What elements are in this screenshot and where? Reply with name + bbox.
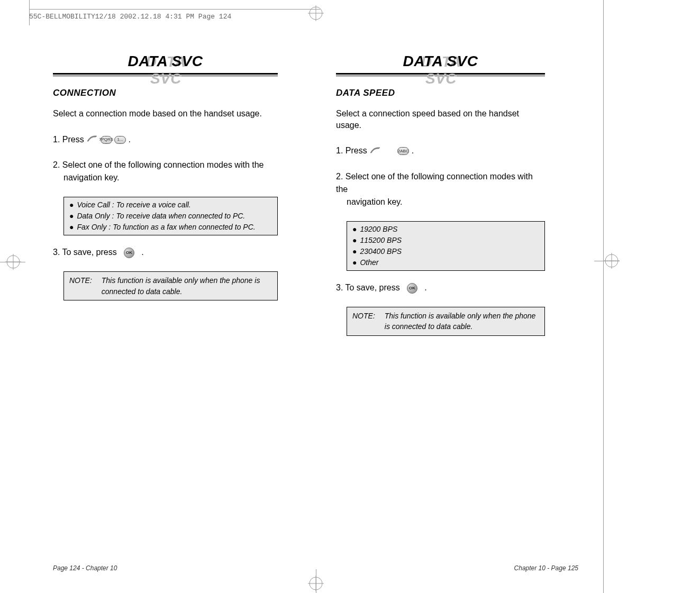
ok-button-icon: OK bbox=[407, 283, 417, 294]
intro-text: Select a connection mode based on the ha… bbox=[53, 108, 278, 120]
bullet-icon: ● bbox=[352, 246, 357, 257]
ok-button-icon: OK bbox=[124, 248, 134, 258]
step-2-line2: navigation key. bbox=[336, 197, 403, 206]
step-3: 3. To save, press OK . bbox=[53, 246, 278, 259]
section-title-text: DATA SVC bbox=[128, 53, 203, 69]
note-box: NOTE: This function is available only wh… bbox=[347, 307, 545, 336]
section-title: DATA SVC DATA SVC bbox=[128, 53, 203, 70]
section-title-text: DATA SVC bbox=[403, 53, 478, 69]
option-text: Voice Call : To receive a voice call. bbox=[77, 199, 190, 211]
menu-icon bbox=[369, 145, 381, 158]
note-label: NOTE: bbox=[69, 275, 92, 297]
bullet-icon: ● bbox=[352, 235, 357, 246]
page-footer-left: Page 124 - Chapter 10 bbox=[53, 564, 117, 572]
step-1-post: . bbox=[412, 146, 414, 155]
option-text: Fax Only : To function as a fax when con… bbox=[77, 222, 255, 233]
section-title-wrap: DATA SVC DATA SVC bbox=[336, 53, 545, 70]
option-row: ●115200 BPS bbox=[352, 235, 539, 246]
bullet-icon: ● bbox=[352, 257, 357, 268]
key-1-icon: 1... bbox=[114, 136, 126, 144]
option-row: ●Other bbox=[352, 257, 539, 268]
step-3: 3. To save, press OK . bbox=[336, 281, 545, 294]
options-box: ●19200 BPS ●115200 BPS ●230400 BPS ●Othe… bbox=[347, 221, 545, 271]
step-2: 2. Select one of the following connectio… bbox=[53, 159, 278, 184]
options-box: ●Voice Call : To receive a voice call. ●… bbox=[63, 197, 278, 235]
step-2-line1: 2. Select one of the following connectio… bbox=[336, 172, 533, 194]
bullet-icon: ● bbox=[69, 199, 74, 211]
menu-icon bbox=[86, 133, 98, 146]
print-header-slug: 55C-BELLMOBILITY12/18 2002.12.18 4:31 PM… bbox=[29, 13, 231, 21]
note-label: NOTE: bbox=[352, 311, 375, 332]
page-right: DATA SVC DATA SVC DATA SPEED Select a co… bbox=[302, 42, 598, 357]
subheading-data-speed: DATA SPEED bbox=[336, 88, 545, 98]
step-1-pre: 1. Press bbox=[53, 135, 84, 144]
option-row: ●Data Only : To receive data when connec… bbox=[69, 211, 272, 222]
bullet-icon: ● bbox=[69, 211, 74, 222]
step-2-line2: navigation key. bbox=[53, 173, 120, 182]
option-text: Data Only : To receive data when connect… bbox=[77, 211, 245, 222]
step-3-pre: 3. To save, press bbox=[53, 248, 117, 257]
registration-mark-bottom bbox=[308, 576, 324, 591]
registration-mark-top bbox=[308, 5, 324, 21]
step-3-pre: 3. To save, press bbox=[336, 283, 400, 292]
step-2-line1: 2. Select one of the following connectio… bbox=[53, 160, 263, 169]
page-footer-right: Chapter 10 - Page 125 bbox=[514, 564, 578, 572]
crop-top-hline bbox=[29, 0, 320, 10]
option-text: 19200 BPS bbox=[360, 224, 397, 235]
section-title-wrap: DATA SVC DATA SVC bbox=[53, 53, 278, 70]
step-1-pre: 1. Press bbox=[336, 146, 367, 155]
key-2-icon: 2ABC bbox=[397, 147, 409, 155]
document-spread: DATA SVC DATA SVC CONNECTION Select a co… bbox=[0, 42, 700, 357]
step-1-post: . bbox=[129, 135, 131, 144]
subheading-connection: CONNECTION bbox=[53, 88, 278, 98]
intro-text: Select a connection speed based on the h… bbox=[336, 108, 545, 131]
option-text: 115200 BPS bbox=[360, 235, 402, 246]
step-1: 1. Press 7PQRS 1... . bbox=[53, 133, 278, 147]
note-text: This function is available only when the… bbox=[102, 275, 272, 297]
bullet-icon: ● bbox=[69, 222, 74, 233]
note-text: This function is available only when the… bbox=[385, 311, 539, 332]
step-1: 1. Press 2ABC . bbox=[336, 144, 545, 158]
option-text: Other bbox=[360, 257, 378, 268]
note-box: NOTE: This function is available only wh… bbox=[63, 271, 278, 300]
page-left: DATA SVC DATA SVC CONNECTION Select a co… bbox=[0, 42, 302, 357]
option-row: ●Voice Call : To receive a voice call. bbox=[69, 199, 272, 211]
bullet-icon: ● bbox=[352, 224, 357, 235]
section-title: DATA SVC DATA SVC bbox=[403, 53, 478, 70]
step-3-post: . bbox=[424, 283, 426, 292]
option-text: 230400 BPS bbox=[360, 246, 402, 257]
option-row: ●230400 BPS bbox=[352, 246, 539, 257]
key-7-icon: 7PQRS bbox=[101, 136, 112, 144]
step-2: 2. Select one of the following connectio… bbox=[336, 170, 545, 208]
option-row: ●Fax Only : To function as a fax when co… bbox=[69, 222, 272, 233]
step-3-post: . bbox=[141, 248, 143, 257]
option-row: ●19200 BPS bbox=[352, 224, 539, 235]
